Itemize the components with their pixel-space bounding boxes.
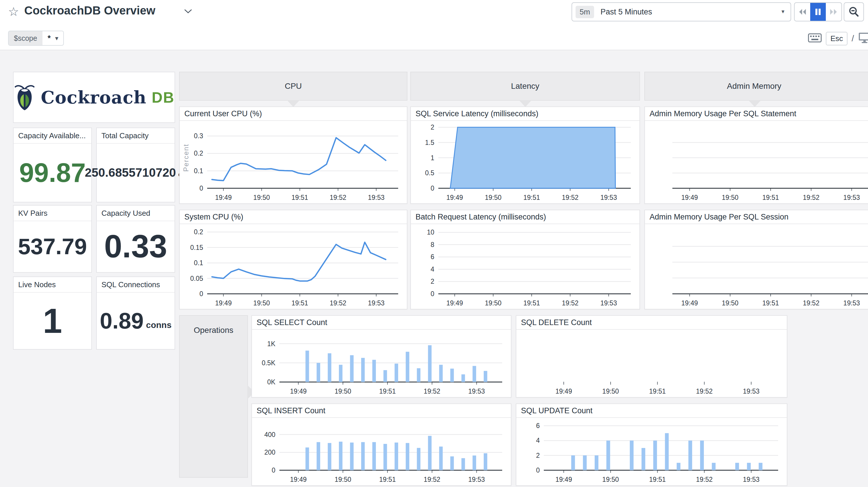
- svg-text:4: 4: [431, 265, 434, 273]
- sql-update-count-chart[interactable]: 024619:4919:5019:5119:5219:53: [516, 418, 787, 485]
- svg-text:6: 6: [536, 422, 540, 429]
- time-range-selector[interactable]: 5m Past 5 Minutes ▼: [571, 2, 791, 21]
- stat-title: Capacity Used: [97, 206, 175, 221]
- svg-text:19:51: 19:51: [649, 388, 666, 395]
- stat-widget-total-capacity[interactable]: Total Capacity 250.6855710720 GB: [96, 127, 175, 202]
- svg-text:19:51: 19:51: [523, 299, 540, 307]
- svg-text:0: 0: [431, 184, 434, 192]
- svg-text:0.1: 0.1: [194, 259, 203, 267]
- stat-widget-capacity-available[interactable]: Capacity Available... 99.87: [13, 127, 92, 202]
- svg-text:0.2: 0.2: [194, 149, 203, 157]
- scope-label: $scope: [9, 31, 42, 45]
- stat-title: KV Pairs: [13, 206, 91, 221]
- group-header-latency[interactable]: Latency: [410, 72, 640, 101]
- svg-text:Percent: Percent: [182, 144, 190, 172]
- svg-text:19:53: 19:53: [743, 388, 760, 395]
- keyboard-icon[interactable]: [808, 33, 822, 44]
- svg-text:0K: 0K: [267, 378, 276, 386]
- group-header-admin-memory[interactable]: Admin Memory: [644, 72, 868, 101]
- stat-value: 99.87: [19, 159, 86, 186]
- svg-text:0.05: 0.05: [190, 275, 203, 282]
- svg-text:19:50: 19:50: [602, 388, 619, 395]
- panel-sql-select-count: SQL SELECT Count 0K0.5K1K19:4919:5019:51…: [251, 315, 512, 398]
- svg-text:19:50: 19:50: [485, 299, 502, 307]
- chart-canvas: 0K0.5K1K19:4919:5019:5119:5219:53: [252, 330, 511, 397]
- svg-text:19:51: 19:51: [523, 194, 540, 201]
- chart-canvas: 19:4919:5019:5119:5219:53: [645, 224, 868, 309]
- svg-text:19:53: 19:53: [600, 299, 617, 307]
- svg-text:19:49: 19:49: [290, 388, 307, 395]
- stat-widget-sql-connections[interactable]: SQL Connections 0.89 conns: [96, 277, 175, 350]
- svg-text:0: 0: [272, 466, 275, 474]
- stat-widget-kv-pairs[interactable]: KV Pairs 537.79: [13, 205, 92, 273]
- admin-mem-statement-chart[interactable]: 19:4919:5019:5119:5219:53: [645, 121, 868, 203]
- svg-text:0.5: 0.5: [425, 169, 434, 177]
- stat-widget-live-nodes[interactable]: Live Nodes 1: [13, 277, 92, 350]
- current-user-cpu-chart[interactable]: 00.10.20.319:4919:5019:5119:5219:53Perce…: [180, 121, 407, 203]
- svg-text:19:52: 19:52: [562, 194, 579, 201]
- panel-title: System CPU (%): [180, 210, 407, 224]
- star-icon[interactable]: ☆: [8, 5, 19, 19]
- group-label: Latency: [511, 82, 539, 91]
- group-header-cpu[interactable]: CPU: [179, 72, 407, 101]
- chart-canvas: 00.050.10.150.219:4919:5019:5119:5219:53: [180, 224, 407, 309]
- svg-text:19:52: 19:52: [562, 299, 579, 307]
- stat-widget-capacity-used[interactable]: Capacity Used 0.33: [96, 205, 175, 273]
- chart-canvas: 00.511.5219:4919:5019:5119:5219:53: [411, 121, 640, 203]
- sql-delete-count-chart[interactable]: 19:4919:5019:5119:5219:53: [516, 330, 787, 397]
- sql-service-latency-chart[interactable]: 00.511.5219:4919:5019:5119:5219:53: [411, 121, 640, 203]
- svg-text:2: 2: [536, 452, 540, 459]
- panel-admin-mem-statement: Admin Memory Usage Per SQL Statement 19:…: [644, 107, 868, 204]
- zoom-out-button[interactable]: [844, 2, 864, 21]
- panel-sql-update-count: SQL UPDATE Count 024619:4919:5019:5119:5…: [516, 403, 787, 486]
- zoom-out-icon: [848, 6, 860, 18]
- stat-value: 1: [43, 303, 62, 338]
- system-cpu-chart[interactable]: 00.050.10.150.219:4919:5019:5119:5219:53: [180, 224, 407, 309]
- svg-text:19:49: 19:49: [681, 299, 698, 307]
- sql-select-count-chart[interactable]: 0K0.5K1K19:4919:5019:5119:5219:53: [252, 330, 511, 397]
- svg-text:1: 1: [431, 154, 434, 162]
- esc-button[interactable]: Esc: [826, 32, 847, 46]
- svg-text:19:49: 19:49: [555, 388, 572, 395]
- svg-text:19:50: 19:50: [722, 299, 739, 307]
- svg-text:19:53: 19:53: [600, 194, 617, 201]
- panel-admin-mem-session: Admin Memory Usage Per SQL Session 19:49…: [644, 210, 868, 310]
- svg-text:19:53: 19:53: [368, 194, 384, 201]
- svg-text:19:49: 19:49: [446, 299, 463, 307]
- svg-text:19:52: 19:52: [424, 388, 440, 395]
- svg-text:19:49: 19:49: [215, 194, 232, 201]
- admin-mem-session-chart[interactable]: 19:4919:5019:5119:5219:53: [645, 224, 868, 309]
- monitor-icon[interactable]: [858, 32, 868, 45]
- chevron-down-icon[interactable]: [184, 9, 192, 15]
- sql-insert-count-chart[interactable]: 020040019:4919:5019:5119:5219:53: [252, 418, 511, 485]
- svg-text:0: 0: [431, 290, 434, 297]
- scope-dropdown[interactable]: $scope * ▾: [8, 31, 64, 46]
- fast-forward-button[interactable]: [826, 3, 841, 21]
- svg-text:19:52: 19:52: [696, 388, 713, 395]
- svg-text:19:51: 19:51: [762, 194, 779, 201]
- svg-text:19:50: 19:50: [602, 476, 619, 483]
- rewind-button[interactable]: [795, 3, 810, 21]
- svg-text:19:52: 19:52: [696, 476, 713, 483]
- pause-button[interactable]: [810, 3, 826, 21]
- svg-text:19:53: 19:53: [468, 476, 485, 483]
- svg-text:19:50: 19:50: [335, 476, 351, 483]
- cockroach-bug-icon: [13, 82, 35, 113]
- group-header-operations[interactable]: Operations: [179, 315, 248, 478]
- caret-down-icon: ▼: [780, 9, 785, 15]
- panel-title: SQL Service Latency (milliseconds): [411, 107, 640, 121]
- svg-text:19:51: 19:51: [379, 476, 396, 483]
- panel-sql-service-latency: SQL Service Latency (milliseconds) 00.51…: [410, 107, 640, 204]
- svg-text:2: 2: [431, 278, 434, 285]
- panel-title: Admin Memory Usage Per SQL Statement: [645, 107, 868, 121]
- panel-title: SQL INSERT Count: [252, 404, 511, 418]
- svg-text:0: 0: [199, 184, 203, 192]
- svg-text:19:52: 19:52: [803, 299, 819, 307]
- svg-text:19:52: 19:52: [330, 299, 346, 307]
- chart-canvas: 19:4919:5019:5119:5219:53: [645, 121, 868, 203]
- panel-title: SQL UPDATE Count: [516, 404, 787, 418]
- svg-text:19:49: 19:49: [446, 194, 463, 201]
- batch-request-latency-chart[interactable]: 024681019:4919:5019:5119:5219:53: [411, 224, 640, 309]
- logo-brand-suffix: DB: [152, 89, 175, 106]
- stat-value: 250.6855710720: [85, 167, 176, 179]
